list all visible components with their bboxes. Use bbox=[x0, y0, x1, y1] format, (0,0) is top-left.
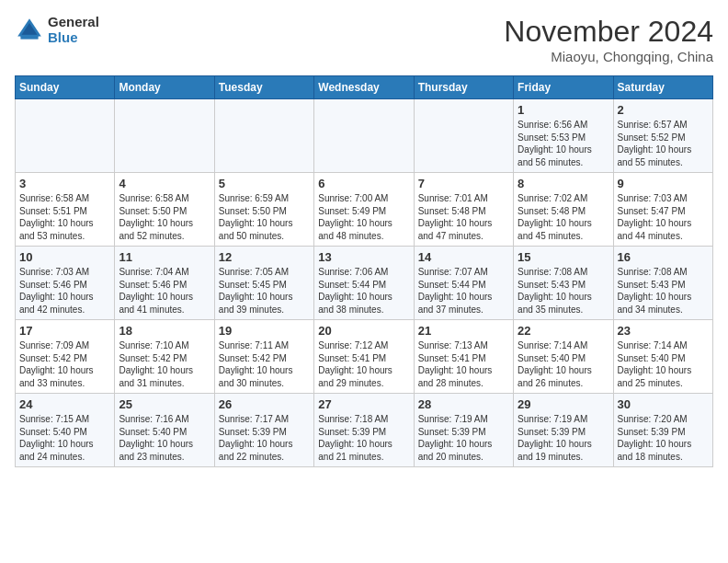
header-monday: Monday bbox=[115, 76, 214, 99]
content-line: Sunset: 5:51 PM bbox=[19, 206, 87, 216]
day-number: 10 bbox=[19, 250, 110, 264]
content-line: Daylight: 10 hours and 29 minutes. bbox=[318, 365, 392, 388]
day-number: 23 bbox=[618, 324, 709, 338]
header-tuesday: Tuesday bbox=[214, 76, 313, 99]
content-line: Sunrise: 6:56 AM bbox=[518, 120, 587, 130]
calendar-cell: 1Sunrise: 6:56 AMSunset: 5:53 PMDaylight… bbox=[514, 99, 613, 173]
day-number: 4 bbox=[119, 177, 210, 190]
calendar-cell: 7Sunrise: 7:01 AMSunset: 5:48 PMDaylight… bbox=[414, 173, 513, 247]
content-line: Sunrise: 7:08 AM bbox=[518, 267, 587, 277]
content-line: Sunset: 5:39 PM bbox=[318, 427, 386, 437]
logo-icon bbox=[15, 16, 44, 45]
calendar-week-2: 3Sunrise: 6:58 AMSunset: 5:51 PMDaylight… bbox=[16, 173, 713, 247]
content-line: Sunrise: 6:59 AM bbox=[219, 193, 289, 203]
content-line: Sunset: 5:46 PM bbox=[119, 280, 187, 290]
content-line: Sunset: 5:45 PM bbox=[219, 280, 287, 290]
content-line: Daylight: 10 hours and 34 minutes. bbox=[618, 292, 692, 315]
content-line: Daylight: 10 hours and 50 minutes. bbox=[219, 218, 293, 241]
day-content: Sunrise: 7:13 AMSunset: 5:41 PMDaylight:… bbox=[418, 339, 509, 389]
header-row: Sunday Monday Tuesday Wednesday Thursday… bbox=[16, 76, 713, 99]
day-content: Sunrise: 6:59 AMSunset: 5:50 PMDaylight:… bbox=[219, 192, 310, 242]
content-line: Daylight: 10 hours and 23 minutes. bbox=[119, 439, 193, 462]
content-line: Sunrise: 6:58 AM bbox=[119, 193, 188, 203]
content-line: Daylight: 10 hours and 38 minutes. bbox=[318, 292, 392, 315]
calendar-cell: 15Sunrise: 7:08 AMSunset: 5:43 PMDayligh… bbox=[514, 247, 613, 320]
content-line: Daylight: 10 hours and 28 minutes. bbox=[418, 365, 493, 388]
content-line: Daylight: 10 hours and 42 minutes. bbox=[19, 292, 94, 315]
logo-text: General Blue bbox=[48, 15, 99, 45]
content-line: Daylight: 10 hours and 25 minutes. bbox=[618, 365, 692, 388]
content-line: Daylight: 10 hours and 48 minutes. bbox=[318, 218, 392, 241]
calendar-cell: 4Sunrise: 6:58 AMSunset: 5:50 PMDaylight… bbox=[115, 173, 214, 247]
day-content: Sunrise: 7:16 AMSunset: 5:40 PMDaylight:… bbox=[119, 413, 210, 463]
calendar-cell: 10Sunrise: 7:03 AMSunset: 5:46 PMDayligh… bbox=[16, 247, 115, 320]
day-number: 3 bbox=[19, 177, 110, 190]
content-line: Sunrise: 7:05 AM bbox=[219, 267, 289, 277]
calendar-cell: 23Sunrise: 7:14 AMSunset: 5:40 PMDayligh… bbox=[613, 320, 712, 394]
day-number: 21 bbox=[418, 324, 509, 338]
content-line: Sunrise: 7:19 AM bbox=[418, 414, 488, 424]
calendar-cell: 12Sunrise: 7:05 AMSunset: 5:45 PMDayligh… bbox=[214, 247, 313, 320]
day-content: Sunrise: 7:15 AMSunset: 5:40 PMDaylight:… bbox=[19, 413, 110, 463]
content-line: Daylight: 10 hours and 47 minutes. bbox=[418, 218, 493, 241]
content-line: Sunset: 5:40 PM bbox=[119, 427, 187, 437]
content-line: Sunset: 5:47 PM bbox=[618, 206, 686, 216]
day-number: 26 bbox=[219, 397, 310, 411]
day-number: 30 bbox=[618, 397, 709, 411]
content-line: Sunrise: 7:08 AM bbox=[618, 267, 688, 277]
content-line: Sunset: 5:46 PM bbox=[19, 280, 87, 290]
day-content: Sunrise: 7:05 AMSunset: 5:45 PMDaylight:… bbox=[219, 266, 310, 316]
calendar-cell: 28Sunrise: 7:19 AMSunset: 5:39 PMDayligh… bbox=[414, 394, 513, 467]
calendar-week-5: 24Sunrise: 7:15 AMSunset: 5:40 PMDayligh… bbox=[16, 394, 713, 467]
content-line: Daylight: 10 hours and 20 minutes. bbox=[418, 439, 493, 462]
content-line: Sunrise: 7:00 AM bbox=[318, 193, 388, 203]
calendar-cell bbox=[214, 99, 313, 173]
svg-rect-2 bbox=[20, 34, 38, 39]
content-line: Daylight: 10 hours and 19 minutes. bbox=[518, 439, 592, 462]
day-number: 5 bbox=[219, 177, 310, 190]
calendar-cell bbox=[16, 99, 115, 173]
calendar-subtitle: Miaoyu, Chongqing, China bbox=[504, 49, 713, 64]
calendar-cell: 24Sunrise: 7:15 AMSunset: 5:40 PMDayligh… bbox=[16, 394, 115, 467]
day-number: 20 bbox=[318, 324, 409, 338]
content-line: Sunrise: 7:01 AM bbox=[418, 193, 488, 203]
content-line: Sunrise: 7:10 AM bbox=[119, 340, 188, 350]
content-line: Sunset: 5:44 PM bbox=[318, 280, 386, 290]
calendar-week-1: 1Sunrise: 6:56 AMSunset: 5:53 PMDaylight… bbox=[16, 99, 713, 173]
calendar-cell: 11Sunrise: 7:04 AMSunset: 5:46 PMDayligh… bbox=[115, 247, 214, 320]
content-line: Daylight: 10 hours and 30 minutes. bbox=[219, 365, 293, 388]
day-number: 27 bbox=[318, 397, 409, 411]
content-line: Sunset: 5:40 PM bbox=[618, 353, 686, 363]
content-line: Daylight: 10 hours and 52 minutes. bbox=[119, 218, 193, 241]
content-line: Sunrise: 7:11 AM bbox=[219, 340, 289, 350]
logo: General Blue bbox=[15, 15, 99, 45]
calendar-title: November 2024 bbox=[504, 15, 713, 49]
calendar-cell: 6Sunrise: 7:00 AMSunset: 5:49 PMDaylight… bbox=[314, 173, 414, 247]
day-number: 7 bbox=[418, 177, 509, 190]
content-line: Sunrise: 7:03 AM bbox=[19, 267, 89, 277]
day-content: Sunrise: 7:10 AMSunset: 5:42 PMDaylight:… bbox=[119, 339, 210, 389]
content-line: Sunset: 5:48 PM bbox=[418, 206, 486, 216]
content-line: Daylight: 10 hours and 39 minutes. bbox=[219, 292, 293, 315]
content-line: Sunset: 5:43 PM bbox=[518, 280, 586, 290]
day-content: Sunrise: 6:58 AMSunset: 5:51 PMDaylight:… bbox=[19, 192, 110, 242]
day-number: 19 bbox=[219, 324, 310, 338]
calendar-week-3: 10Sunrise: 7:03 AMSunset: 5:46 PMDayligh… bbox=[16, 247, 713, 320]
day-content: Sunrise: 6:57 AMSunset: 5:52 PMDaylight:… bbox=[618, 119, 709, 168]
day-content: Sunrise: 7:19 AMSunset: 5:39 PMDaylight:… bbox=[418, 413, 509, 463]
day-content: Sunrise: 7:08 AMSunset: 5:43 PMDaylight:… bbox=[618, 266, 709, 316]
calendar-table: Sunday Monday Tuesday Wednesday Thursday… bbox=[15, 75, 713, 467]
content-line: Sunset: 5:41 PM bbox=[318, 353, 386, 363]
title-block: November 2024 Miaoyu, Chongqing, China bbox=[504, 15, 713, 64]
content-line: Sunset: 5:42 PM bbox=[219, 353, 287, 363]
content-line: Sunrise: 7:12 AM bbox=[318, 340, 388, 350]
content-line: Sunset: 5:49 PM bbox=[318, 206, 386, 216]
content-line: Sunrise: 7:03 AM bbox=[618, 193, 688, 203]
day-content: Sunrise: 7:17 AMSunset: 5:39 PMDaylight:… bbox=[219, 413, 310, 463]
content-line: Sunrise: 7:20 AM bbox=[618, 414, 688, 424]
calendar-cell: 17Sunrise: 7:09 AMSunset: 5:42 PMDayligh… bbox=[16, 320, 115, 394]
content-line: Daylight: 10 hours and 41 minutes. bbox=[119, 292, 193, 315]
calendar-cell: 8Sunrise: 7:02 AMSunset: 5:48 PMDaylight… bbox=[514, 173, 613, 247]
calendar-cell bbox=[314, 99, 414, 173]
calendar-cell: 13Sunrise: 7:06 AMSunset: 5:44 PMDayligh… bbox=[314, 247, 414, 320]
